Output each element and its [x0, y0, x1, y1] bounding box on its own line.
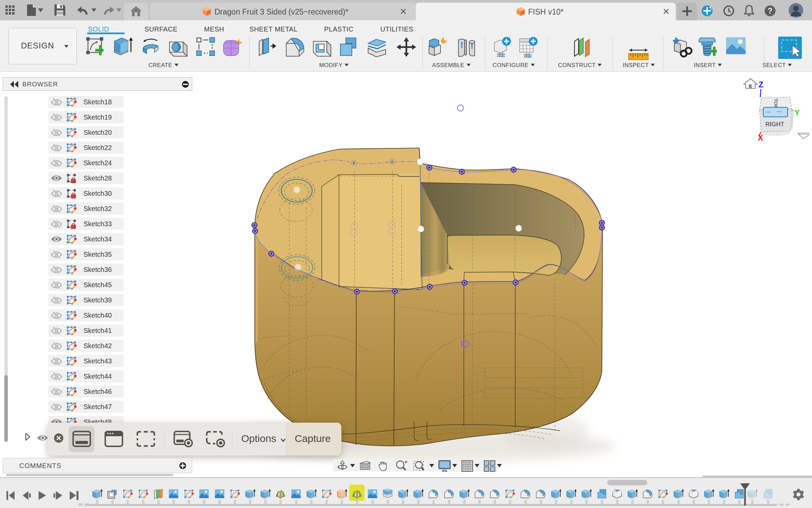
- svg-text:?: ?: [768, 6, 772, 15]
- svg-text:X: X: [758, 133, 763, 142]
- svg-text:RIGHT: RIGHT: [765, 121, 784, 128]
- svg-text:Y: Y: [794, 108, 799, 117]
- svg-text:Z: Z: [759, 80, 763, 89]
